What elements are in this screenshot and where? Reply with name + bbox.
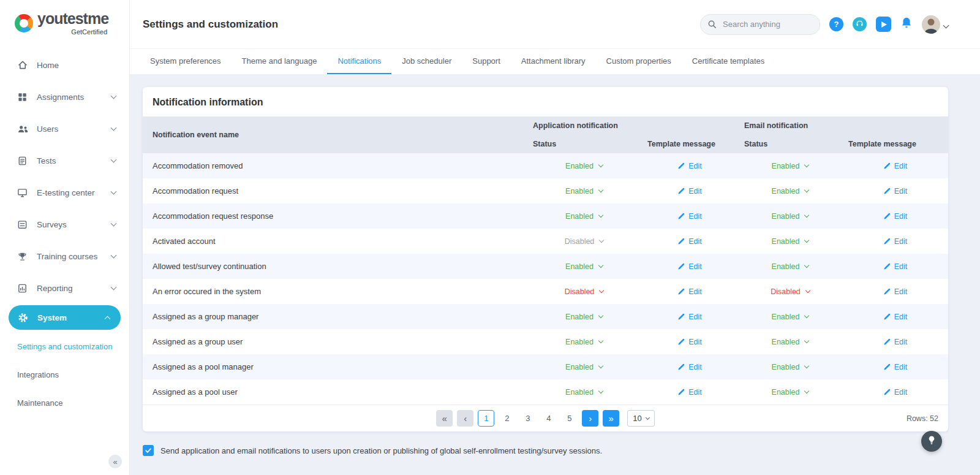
help-button[interactable]: ? xyxy=(829,17,843,31)
event-name: Accommodation request xyxy=(143,186,527,196)
sidebar-subitem-maintenance[interactable]: Maintenance xyxy=(0,389,129,417)
status-value: Enabled xyxy=(565,262,594,271)
sidebar-item-system[interactable]: System xyxy=(9,305,121,330)
sidebar-item-users[interactable]: Users xyxy=(0,113,129,145)
email-status-dropdown[interactable]: Enabled xyxy=(738,187,842,196)
sidebar-subitem-settings-and-customization[interactable]: Settings and customization xyxy=(0,332,129,360)
edit-label: Edit xyxy=(688,162,702,170)
notifications-checkbox[interactable] xyxy=(143,445,154,456)
collapse-icon: « xyxy=(113,457,117,466)
email-status-dropdown[interactable]: Enabled xyxy=(738,313,842,321)
pencil-icon xyxy=(883,338,891,346)
app-status-dropdown[interactable]: Enabled xyxy=(527,162,641,170)
pencil-icon xyxy=(883,287,891,295)
app-template-edit-button[interactable]: Edit xyxy=(641,162,738,170)
chevron-down-icon xyxy=(599,238,604,243)
feedback-fab-button[interactable] xyxy=(921,431,942,452)
tab-notifications[interactable]: Notifications xyxy=(327,49,391,74)
app-status-dropdown[interactable]: Enabled xyxy=(527,363,641,371)
email-status-dropdown[interactable]: Enabled xyxy=(738,237,842,246)
event-name: Accommodation request response xyxy=(143,211,527,221)
sidebar-collapse-button[interactable]: « xyxy=(108,455,122,468)
app-template-edit-button[interactable]: Edit xyxy=(641,262,738,271)
tab-theme-and-language[interactable]: Theme and language xyxy=(232,49,328,74)
app-status-dropdown[interactable]: Enabled xyxy=(527,212,641,221)
pagination-page-3[interactable]: 3 xyxy=(519,410,536,427)
email-status-dropdown[interactable]: Enabled xyxy=(738,338,842,346)
sidebar-item-assignments[interactable]: Assignments xyxy=(0,81,129,113)
sidebar-item-training-courses[interactable]: Training courses xyxy=(0,240,129,272)
edit-label: Edit xyxy=(894,363,908,371)
brand-logo[interactable]: youtestme GetCertified xyxy=(0,0,129,39)
app-template-edit-button[interactable]: Edit xyxy=(641,338,738,346)
tab-system-preferences[interactable]: System preferences xyxy=(140,49,232,74)
tab-job-scheduler[interactable]: Job scheduler xyxy=(391,49,462,74)
pagination-prev-button[interactable]: ‹ xyxy=(457,410,473,427)
sidebar-item-reporting[interactable]: Reporting xyxy=(0,272,129,304)
pencil-icon xyxy=(677,212,685,220)
pagination-page-1[interactable]: 1 xyxy=(478,410,494,427)
notifications-button[interactable] xyxy=(900,17,913,32)
email-status-dropdown[interactable]: Enabled xyxy=(738,262,842,271)
tab-support[interactable]: Support xyxy=(462,49,511,74)
page-number: 4 xyxy=(546,414,551,423)
email-template-edit-button[interactable]: Edit xyxy=(842,262,948,271)
user-menu[interactable] xyxy=(922,15,948,34)
pagination-page-2[interactable]: 2 xyxy=(499,410,515,427)
tab-certificate-templates[interactable]: Certificate templates xyxy=(682,49,775,74)
app-template-edit-button[interactable]: Edit xyxy=(641,212,738,221)
play-icon xyxy=(881,21,887,28)
pagination-page-4[interactable]: 4 xyxy=(540,410,557,427)
email-template-edit-button[interactable]: Edit xyxy=(842,338,948,346)
app-status-dropdown[interactable]: Disabled xyxy=(527,287,641,296)
email-status-dropdown[interactable]: Enabled xyxy=(738,363,842,371)
sidebar-item-label: Assignments xyxy=(37,93,84,102)
app-status-dropdown[interactable]: Enabled xyxy=(527,388,641,397)
sidebar-subitem-integrations[interactable]: Integrations xyxy=(0,360,129,389)
app-template-edit-button[interactable]: Edit xyxy=(641,287,738,296)
sidebar-item-e-testing-center[interactable]: E-testing center xyxy=(0,177,129,208)
tab-attachment-library[interactable]: Attachment library xyxy=(511,49,596,74)
app-template-edit-button[interactable]: Edit xyxy=(641,313,738,321)
email-template-edit-button[interactable]: Edit xyxy=(842,237,948,246)
email-status-dropdown[interactable]: Enabled xyxy=(738,212,842,221)
sidebar-item-home[interactable]: Home xyxy=(0,49,129,81)
app-template-edit-button[interactable]: Edit xyxy=(641,388,738,397)
email-status-dropdown[interactable]: Disabled xyxy=(738,287,842,296)
app-template-edit-button[interactable]: Edit xyxy=(641,363,738,371)
app-status-dropdown[interactable]: Enabled xyxy=(527,187,641,196)
sidebar-item-label: E-testing center xyxy=(37,188,95,197)
email-status-dropdown[interactable]: Enabled xyxy=(738,162,842,170)
search-input[interactable] xyxy=(700,14,820,35)
pagination-last-button[interactable]: » xyxy=(603,410,619,427)
tab-custom-properties[interactable]: Custom properties xyxy=(596,49,682,74)
support-button[interactable] xyxy=(853,17,867,31)
edit-label: Edit xyxy=(894,187,908,196)
sidebar-item-surveys[interactable]: Surveys xyxy=(0,208,129,240)
app-status-dropdown[interactable]: Enabled xyxy=(527,313,641,321)
email-template-edit-button[interactable]: Edit xyxy=(842,313,948,321)
email-template-edit-button[interactable]: Edit xyxy=(842,187,948,196)
email-template-edit-button[interactable]: Edit xyxy=(842,212,948,221)
page-size-select[interactable]: 10 xyxy=(627,410,654,427)
pagination-page-5[interactable]: 5 xyxy=(561,410,578,427)
email-template-edit-button[interactable]: Edit xyxy=(842,162,948,170)
app-status-dropdown[interactable]: Disabled xyxy=(527,237,641,246)
table-header: Notification event name Application noti… xyxy=(143,116,948,153)
pencil-icon xyxy=(883,162,891,170)
email-template-edit-button[interactable]: Edit xyxy=(842,287,948,296)
sidebar-item-tests[interactable]: Tests xyxy=(0,145,129,177)
video-tutorials-button[interactable] xyxy=(876,17,891,32)
app-status-dropdown[interactable]: Enabled xyxy=(527,338,641,346)
email-status-dropdown[interactable]: Enabled xyxy=(738,388,842,397)
app-template-edit-button[interactable]: Edit xyxy=(641,187,738,196)
headset-icon xyxy=(856,19,864,30)
app-template-edit-button[interactable]: Edit xyxy=(641,237,738,246)
tab-label: Certificate templates xyxy=(692,56,765,66)
pagination-first-button[interactable]: « xyxy=(436,410,453,427)
email-template-edit-button[interactable]: Edit xyxy=(842,388,948,397)
page-number: 3 xyxy=(526,414,530,423)
app-status-dropdown[interactable]: Enabled xyxy=(527,262,641,271)
pagination-next-button[interactable]: › xyxy=(582,410,598,427)
email-template-edit-button[interactable]: Edit xyxy=(842,363,948,371)
